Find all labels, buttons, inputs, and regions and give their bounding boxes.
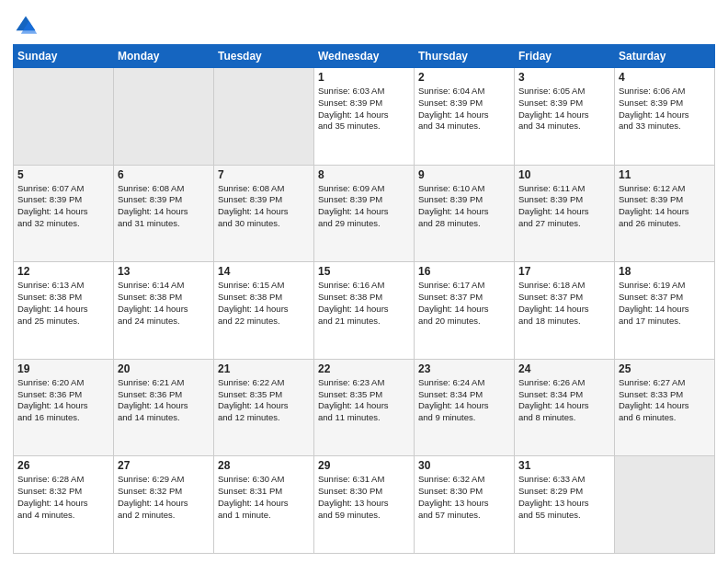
day-info: Sunrise: 6:23 AM Sunset: 8:35 PM Dayligh…	[318, 377, 410, 424]
day-info: Sunrise: 6:18 AM Sunset: 8:37 PM Dayligh…	[518, 280, 610, 327]
day-info: Sunrise: 6:14 AM Sunset: 8:38 PM Dayligh…	[118, 280, 210, 327]
day-number: 7	[218, 168, 310, 181]
calendar-cell: 24Sunrise: 6:26 AM Sunset: 8:34 PM Dayli…	[515, 359, 615, 456]
day-number: 10	[518, 168, 610, 181]
day-number: 4	[619, 71, 711, 84]
day-info: Sunrise: 6:13 AM Sunset: 8:38 PM Dayligh…	[17, 280, 109, 327]
calendar-header-thursday: Thursday	[415, 45, 515, 68]
calendar-cell: 12Sunrise: 6:13 AM Sunset: 8:38 PM Dayli…	[14, 262, 114, 360]
day-info: Sunrise: 6:29 AM Sunset: 8:32 PM Dayligh…	[118, 474, 210, 521]
calendar-cell: 13Sunrise: 6:14 AM Sunset: 8:38 PM Dayli…	[114, 262, 214, 360]
day-info: Sunrise: 6:27 AM Sunset: 8:33 PM Dayligh…	[619, 377, 711, 424]
calendar-cell	[114, 68, 214, 166]
calendar-cell: 1Sunrise: 6:03 AM Sunset: 8:39 PM Daylig…	[314, 68, 415, 166]
day-info: Sunrise: 6:17 AM Sunset: 8:37 PM Dayligh…	[418, 280, 510, 327]
day-number: 12	[17, 265, 109, 278]
day-number: 20	[118, 362, 210, 375]
day-info: Sunrise: 6:05 AM Sunset: 8:39 PM Dayligh…	[518, 86, 610, 132]
calendar-cell	[214, 68, 314, 166]
calendar-cell: 8Sunrise: 6:09 AM Sunset: 8:39 PM Daylig…	[314, 165, 415, 262]
calendar-cell: 21Sunrise: 6:22 AM Sunset: 8:35 PM Dayli…	[214, 359, 314, 456]
calendar-week-row: 26Sunrise: 6:28 AM Sunset: 8:32 PM Dayli…	[14, 456, 715, 554]
calendar-cell: 11Sunrise: 6:12 AM Sunset: 8:39 PM Dayli…	[615, 165, 715, 262]
calendar-cell	[14, 68, 114, 166]
day-number: 25	[619, 362, 711, 375]
day-number: 23	[418, 362, 510, 375]
day-number: 22	[318, 362, 410, 375]
day-info: Sunrise: 6:28 AM Sunset: 8:32 PM Dayligh…	[17, 474, 109, 521]
calendar-cell: 23Sunrise: 6:24 AM Sunset: 8:34 PM Dayli…	[415, 359, 515, 456]
day-info: Sunrise: 6:16 AM Sunset: 8:38 PM Dayligh…	[318, 280, 410, 327]
calendar-cell: 22Sunrise: 6:23 AM Sunset: 8:35 PM Dayli…	[314, 359, 415, 456]
calendar-cell: 17Sunrise: 6:18 AM Sunset: 8:37 PM Dayli…	[515, 262, 615, 360]
calendar-cell: 27Sunrise: 6:29 AM Sunset: 8:32 PM Dayli…	[114, 456, 214, 554]
day-info: Sunrise: 6:20 AM Sunset: 8:36 PM Dayligh…	[17, 377, 109, 424]
day-number: 27	[118, 459, 210, 472]
day-info: Sunrise: 6:24 AM Sunset: 8:34 PM Dayligh…	[418, 377, 510, 424]
day-number: 31	[518, 459, 610, 472]
day-number: 26	[17, 459, 109, 472]
day-info: Sunrise: 6:09 AM Sunset: 8:39 PM Dayligh…	[318, 183, 410, 230]
day-number: 9	[418, 168, 510, 181]
day-info: Sunrise: 6:11 AM Sunset: 8:39 PM Dayligh…	[518, 183, 610, 230]
day-info: Sunrise: 6:19 AM Sunset: 8:37 PM Dayligh…	[619, 280, 711, 327]
day-info: Sunrise: 6:21 AM Sunset: 8:36 PM Dayligh…	[118, 377, 210, 424]
day-info: Sunrise: 6:08 AM Sunset: 8:39 PM Dayligh…	[218, 183, 310, 230]
calendar-header-tuesday: Tuesday	[214, 45, 314, 68]
calendar-cell: 9Sunrise: 6:10 AM Sunset: 8:39 PM Daylig…	[415, 165, 515, 262]
day-info: Sunrise: 6:15 AM Sunset: 8:38 PM Dayligh…	[218, 280, 310, 327]
day-number: 16	[418, 265, 510, 278]
page: SundayMondayTuesdayWednesdayThursdayFrid…	[0, 0, 728, 563]
calendar-cell: 2Sunrise: 6:04 AM Sunset: 8:39 PM Daylig…	[415, 68, 515, 166]
day-info: Sunrise: 6:30 AM Sunset: 8:31 PM Dayligh…	[218, 474, 310, 521]
day-number: 28	[218, 459, 310, 472]
calendar-week-row: 19Sunrise: 6:20 AM Sunset: 8:36 PM Dayli…	[14, 359, 715, 456]
day-number: 8	[318, 168, 410, 181]
calendar-header-monday: Monday	[114, 45, 214, 68]
day-info: Sunrise: 6:04 AM Sunset: 8:39 PM Dayligh…	[418, 86, 510, 132]
day-number: 30	[418, 459, 510, 472]
day-info: Sunrise: 6:07 AM Sunset: 8:39 PM Dayligh…	[17, 183, 109, 230]
day-info: Sunrise: 6:22 AM Sunset: 8:35 PM Dayligh…	[218, 377, 310, 424]
calendar-header-sunday: Sunday	[14, 45, 114, 68]
calendar-header-wednesday: Wednesday	[314, 45, 415, 68]
calendar-header-friday: Friday	[515, 45, 615, 68]
calendar-cell: 20Sunrise: 6:21 AM Sunset: 8:36 PM Dayli…	[114, 359, 214, 456]
day-number: 5	[17, 168, 109, 181]
day-info: Sunrise: 6:32 AM Sunset: 8:30 PM Dayligh…	[418, 474, 510, 521]
calendar-cell: 19Sunrise: 6:20 AM Sunset: 8:36 PM Dayli…	[14, 359, 114, 456]
day-info: Sunrise: 6:33 AM Sunset: 8:29 PM Dayligh…	[518, 474, 610, 521]
day-number: 6	[118, 168, 210, 181]
calendar-cell: 4Sunrise: 6:06 AM Sunset: 8:39 PM Daylig…	[615, 68, 715, 166]
calendar-cell: 6Sunrise: 6:08 AM Sunset: 8:39 PM Daylig…	[114, 165, 214, 262]
calendar-cell: 15Sunrise: 6:16 AM Sunset: 8:38 PM Dayli…	[314, 262, 415, 360]
calendar-cell: 18Sunrise: 6:19 AM Sunset: 8:37 PM Dayli…	[615, 262, 715, 360]
calendar-cell: 16Sunrise: 6:17 AM Sunset: 8:37 PM Dayli…	[415, 262, 515, 360]
day-number: 21	[218, 362, 310, 375]
day-info: Sunrise: 6:26 AM Sunset: 8:34 PM Dayligh…	[518, 377, 610, 424]
day-info: Sunrise: 6:31 AM Sunset: 8:30 PM Dayligh…	[318, 474, 410, 521]
day-number: 24	[518, 362, 610, 375]
day-number: 3	[518, 71, 610, 84]
calendar-cell: 14Sunrise: 6:15 AM Sunset: 8:38 PM Dayli…	[214, 262, 314, 360]
day-number: 13	[118, 265, 210, 278]
day-number: 2	[418, 71, 510, 84]
day-info: Sunrise: 6:03 AM Sunset: 8:39 PM Dayligh…	[318, 86, 410, 132]
day-number: 14	[218, 265, 310, 278]
day-info: Sunrise: 6:08 AM Sunset: 8:39 PM Dayligh…	[118, 183, 210, 230]
day-number: 11	[619, 168, 711, 181]
day-number: 19	[17, 362, 109, 375]
logo	[13, 13, 40, 39]
day-info: Sunrise: 6:06 AM Sunset: 8:39 PM Dayligh…	[619, 86, 711, 132]
calendar-cell: 25Sunrise: 6:27 AM Sunset: 8:33 PM Dayli…	[615, 359, 715, 456]
calendar-header-saturday: Saturday	[615, 45, 715, 68]
day-number: 17	[518, 265, 610, 278]
day-number: 18	[619, 265, 711, 278]
day-info: Sunrise: 6:10 AM Sunset: 8:39 PM Dayligh…	[418, 183, 510, 230]
calendar-week-row: 1Sunrise: 6:03 AM Sunset: 8:39 PM Daylig…	[14, 68, 715, 166]
calendar-cell: 26Sunrise: 6:28 AM Sunset: 8:32 PM Dayli…	[14, 456, 114, 554]
calendar-cell: 30Sunrise: 6:32 AM Sunset: 8:30 PM Dayli…	[415, 456, 515, 554]
day-number: 29	[318, 459, 410, 472]
calendar-header-row: SundayMondayTuesdayWednesdayThursdayFrid…	[14, 45, 715, 68]
calendar-cell: 5Sunrise: 6:07 AM Sunset: 8:39 PM Daylig…	[14, 165, 114, 262]
